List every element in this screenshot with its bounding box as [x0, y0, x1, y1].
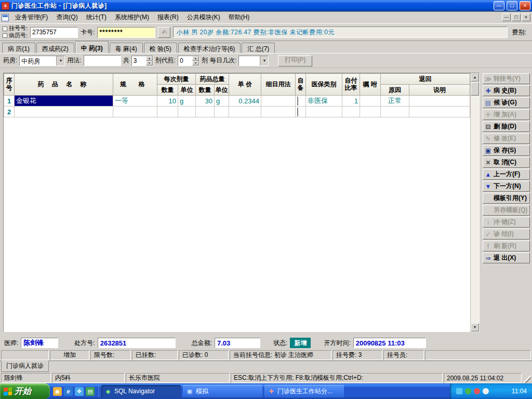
tab-western-drugs[interactable]: 西成药(2)	[36, 43, 74, 53]
tab-chinese-drugs[interactable]: 中 药(3)	[75, 41, 109, 53]
modify-button[interactable]: ✎修 改(E)	[483, 133, 530, 144]
card-reader-button[interactable]: ✍	[158, 27, 170, 38]
next-prescription-button[interactable]: ▼下一方(N)	[483, 181, 530, 192]
self-provided-checkbox[interactable]	[297, 108, 298, 116]
tab-summary[interactable]: 汇 总(7)	[242, 43, 275, 53]
cell-total-qty[interactable]: 30	[196, 96, 215, 107]
reg-no-checkbox[interactable]	[3, 26, 7, 31]
tray-network-icon[interactable]	[456, 388, 462, 394]
task-button-moni[interactable]: ▣ 模拟	[183, 385, 262, 397]
tab-exam-surgery[interactable]: 检查手术治疗等(6)	[178, 43, 241, 53]
cell-usage[interactable]	[261, 107, 296, 117]
cell-dose-qty[interactable]	[157, 107, 178, 117]
usage-input[interactable]	[84, 55, 121, 66]
quicklaunch-icon-1[interactable]: ◉	[53, 387, 62, 396]
exit-button[interactable]: ⇒退 出(X)	[483, 252, 530, 263]
refresh-button[interactable]: !刷 新(R)	[483, 241, 530, 251]
reg-no-input[interactable]	[30, 27, 78, 38]
vertical-scrollbar[interactable]: ▲ ▼	[470, 73, 479, 331]
cell-price[interactable]: 0.2344	[229, 96, 261, 107]
cell-spec[interactable]: 一等	[113, 96, 157, 107]
template-reference-button[interactable]: 模板引用(Y)	[483, 193, 530, 204]
tray-alert-icon[interactable]	[474, 388, 480, 394]
cell-no[interactable]: 1	[4, 96, 15, 107]
tab-narcotics[interactable]: 毒 麻(4)	[110, 43, 143, 53]
print-button[interactable]: 打印(P)	[278, 55, 312, 66]
mdi-close-button[interactable]: ×	[522, 14, 530, 21]
menu-business[interactable]: 业务管理(F)	[11, 11, 52, 23]
menu-reports[interactable]: 报表(R)	[153, 11, 183, 23]
mrn-checkbox[interactable]	[3, 33, 7, 38]
cell-usage[interactable]	[261, 96, 296, 107]
add-button[interactable]: ✛增 加(A)	[483, 109, 530, 120]
cell-dose-unit[interactable]	[178, 107, 196, 117]
quicklaunch-icon-3[interactable]: ❖	[75, 387, 84, 396]
cell-advice[interactable]	[360, 96, 381, 107]
menu-help[interactable]: 帮助(H)	[224, 11, 254, 23]
cell-dose-qty[interactable]: 10	[157, 96, 178, 107]
menu-statistics[interactable]: 统计(T)	[82, 11, 111, 23]
task-button-workstation[interactable]: ✚ 门诊医生工作站分...	[264, 385, 344, 397]
menu-modules[interactable]: 公共模块(K)	[183, 11, 224, 23]
browser-icon[interactable]: e	[64, 387, 73, 396]
scroll-down-icon[interactable]: ▼	[471, 323, 479, 331]
cell-total-unit[interactable]: g	[215, 96, 229, 107]
cell-ratio[interactable]: 1	[342, 96, 360, 107]
cell-spec[interactable]	[113, 107, 157, 117]
tray-antivirus-icon[interactable]	[465, 388, 471, 394]
finish-visit-button[interactable]: ✓诊 结(I)	[483, 229, 530, 240]
tab-medical-record[interactable]: 病 历(1)	[2, 43, 35, 53]
cell-total-qty[interactable]	[196, 107, 215, 117]
waiting-list-button[interactable]: ▤候 诊(G)	[483, 97, 530, 108]
mdi-restore-button[interactable]: □	[512, 14, 521, 21]
self-provided-checkbox[interactable]	[297, 97, 298, 105]
cell-advice[interactable]	[360, 107, 381, 117]
spin-down-icon[interactable]: ▼	[146, 61, 153, 65]
cell-return-note[interactable]	[409, 96, 470, 107]
tab-lab-tests[interactable]: 检 验(5)	[144, 43, 177, 53]
decoct-spinner[interactable]: 0 ▲▼	[178, 56, 200, 66]
menu-query[interactable]: 查询(Q)	[52, 11, 82, 23]
cell-ratio[interactable]	[342, 107, 360, 117]
cell-drug-name[interactable]	[15, 107, 113, 117]
cell-insurance[interactable]: 非医保	[306, 96, 342, 107]
cancel-button[interactable]: ✕取 消(C)	[483, 157, 530, 168]
close-button[interactable]: ×	[520, 1, 530, 10]
cell-dose-unit[interactable]: g	[178, 96, 196, 107]
restore-button[interactable]: □	[507, 1, 517, 10]
delete-button[interactable]: ⊟删 除(D)	[483, 121, 530, 132]
cell-drug-name[interactable]: 金银花	[15, 96, 113, 107]
scroll-up-icon[interactable]: ▲	[471, 73, 479, 82]
spin-up-icon[interactable]: ▲	[146, 56, 153, 61]
cell-no[interactable]: 2	[4, 107, 15, 117]
total-doses-value[interactable]: 3	[132, 56, 146, 65]
menu-maintenance[interactable]: 系统维护(M)	[111, 11, 153, 23]
tab-outpatient-visit[interactable]: 门诊病人就诊	[1, 361, 49, 372]
cell-return-note[interactable]	[409, 107, 470, 117]
resize-grip[interactable]	[523, 373, 531, 383]
task-button-sql-navigator[interactable]: ◆ SQL Navigator	[101, 385, 181, 397]
prev-prescription-button[interactable]: ▲上一方(F)	[483, 169, 530, 180]
scrollbar-thumb[interactable]	[471, 82, 479, 96]
reverse-button[interactable]: ↕冲 销(Z)	[483, 217, 530, 228]
save-button[interactable]: ▣保 存(S)	[483, 145, 530, 156]
transfer-registration-button[interactable]: ≫转挂号(Y)	[483, 73, 530, 84]
quicklaunch-icon-4[interactable]: ▤	[86, 387, 95, 396]
cell-price[interactable]	[229, 107, 261, 117]
total-doses-spinner[interactable]: 3 ▲▼	[131, 56, 153, 66]
spin-up-icon[interactable]: ▲	[192, 56, 199, 61]
minimize-button[interactable]: —	[494, 1, 504, 10]
card-no-input[interactable]	[97, 27, 155, 38]
cell-return-reason[interactable]	[381, 107, 409, 117]
medical-history-button[interactable]: ✚病 史(B)	[483, 85, 530, 96]
tray-volume-icon[interactable]	[483, 388, 489, 394]
mdi-minimize-button[interactable]: —	[502, 14, 511, 21]
spin-down-icon[interactable]: ▼	[192, 61, 199, 65]
cell-total-unit[interactable]	[215, 107, 229, 117]
chevron-down-icon[interactable]: ▼	[56, 56, 64, 65]
chevron-down-icon[interactable]: ▼	[260, 56, 268, 65]
start-button[interactable]: 开始	[0, 383, 50, 399]
save-as-template-button[interactable]: 另存模板(Q)	[483, 205, 530, 216]
pharmacy-select[interactable]: 中药房 ▼	[19, 56, 65, 66]
decoct-value[interactable]: 0	[178, 56, 192, 65]
